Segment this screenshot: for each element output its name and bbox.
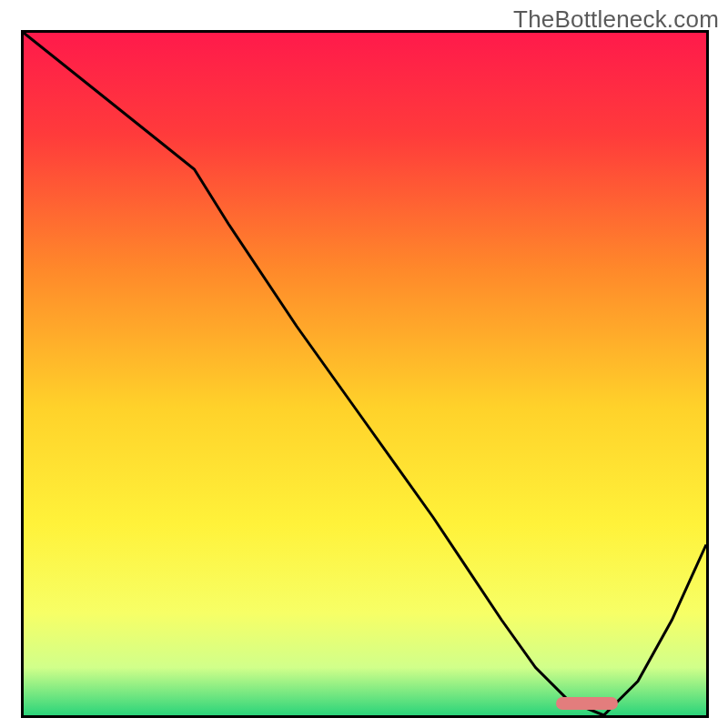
heat-background [24, 33, 706, 715]
optimum-marker [556, 697, 618, 710]
plot-area [21, 30, 709, 718]
plot-svg [24, 33, 706, 715]
chart-frame: TheBottleneck.com [0, 0, 728, 728]
